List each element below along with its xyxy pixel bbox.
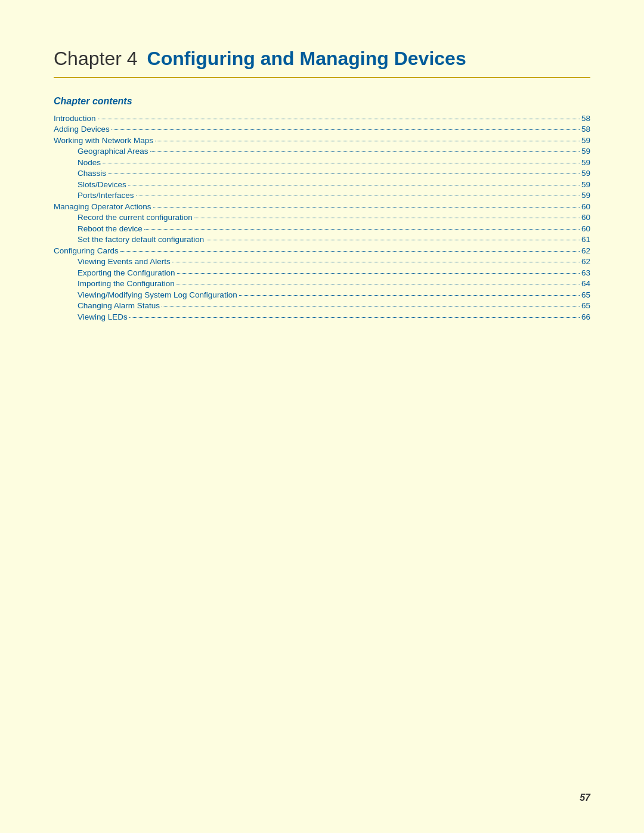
toc-entry[interactable]: Viewing LEDs 66 [54,311,590,321]
toc-entry[interactable]: Record the current configuration 60 [54,212,590,222]
toc-entry[interactable]: Chassis 59 [54,168,590,178]
toc-entry[interactable]: Configuring Cards62 [54,245,590,255]
chapter-title: Configuring and Managing Devices [147,48,466,70]
toc-entry-dots [155,133,580,141]
toc-entry[interactable]: Changing Alarm Status 65 [54,301,590,311]
toc-entry-dots [108,166,580,175]
toc-entry-dots [103,155,580,163]
toc-entry-text: Managing Operator Actions [54,202,151,211]
toc-entry-page: 60 [581,213,590,222]
chapter-label: Chapter 4 [54,48,138,70]
toc-entry[interactable]: Viewing/Modifying System Log Configurati… [54,289,590,299]
toc-entry-page: 58 [581,125,590,134]
toc-entry-page: 66 [581,312,590,321]
toc-entry-page: 59 [581,147,590,156]
toc-entry-dots [150,144,580,153]
toc-entry-page: 60 [581,224,590,233]
toc-entry-page: 59 [581,136,590,145]
toc-entry-text: Viewing/Modifying System Log Configurati… [78,290,237,299]
chapter-header: Chapter 4 Configuring and Managing Devic… [54,48,590,78]
toc-entry-text: Slots/Devices [78,180,126,189]
toc-entry[interactable]: Ports/Interfaces 59 [54,190,590,200]
toc-entry-text: Changing Alarm Status [78,301,160,310]
toc-entry-dots [129,309,580,318]
toc-entry[interactable]: Reboot the device60 [54,223,590,233]
toc-entry-text: Working with Network Maps [54,136,153,145]
toc-entry-dots [177,265,580,274]
toc-entry-dots [177,277,580,285]
toc-entry-text: Ports/Interfaces [78,191,134,200]
toc-entry-page: 59 [581,158,590,167]
toc-entry-text: Viewing LEDs [78,312,128,321]
toc-entry-page: 59 [581,191,590,200]
toc-entry-dots [136,188,580,197]
toc-entry-page: 58 [581,114,590,123]
toc-entry-page: 65 [581,301,590,310]
toc-entry-page: 65 [581,290,590,299]
toc-entry[interactable]: Introduction58 [54,113,590,123]
toc-entry-dots [153,199,580,208]
toc-entry-page: 62 [581,257,590,266]
toc-entry[interactable]: Working with Network Maps59 [54,135,590,145]
toc-entry-text: Geographical Areas [78,147,148,156]
toc-entry-text: Importing the Configuration [78,279,175,288]
toc-heading: Chapter contents [54,96,590,107]
toc-entry-text: Chassis [78,169,106,178]
toc-entry[interactable]: Viewing Events and Alerts 62 [54,256,590,267]
toc-entry-text: Configuring Cards [54,246,119,255]
toc-entry[interactable]: Set the factory default configuration 61 [54,234,590,244]
toc-entry-dots [206,233,580,241]
toc-entry[interactable]: Slots/Devices59 [54,179,590,189]
toc-entry[interactable]: Geographical Areas 59 [54,146,590,156]
toc-entry-dots [128,177,580,185]
toc-entry-text: Nodes [78,158,101,167]
toc-entry-dots [120,243,580,252]
toc-entry-text: Adding Devices [54,125,110,134]
toc-entry-text: Reboot the device [78,224,143,233]
toc-entry[interactable]: Adding Devices58 [54,124,590,134]
toc-entry-page: 61 [581,235,590,244]
toc-entry-text: Exporting the Configuration [78,268,175,277]
toc-entry-text: Viewing Events and Alerts [78,257,171,266]
toc-entry[interactable]: Exporting the Configuration 63 [54,267,590,277]
toc-entry-dots [194,210,580,219]
toc-entry-page: 64 [581,279,590,288]
toc-entry-dots [162,299,580,307]
toc-entry-page: 62 [581,246,590,255]
toc-entry-text: Record the current configuration [78,213,193,222]
toc-entry-text: Introduction [54,114,96,123]
toc-entry-dots [144,221,580,230]
toc-entries: Introduction58Adding Devices58Working wi… [54,113,590,321]
toc-entry-dots [239,287,580,296]
toc-entry-page: 60 [581,202,590,211]
toc-entry-page: 59 [581,180,590,189]
toc-entry-page: 59 [581,169,590,178]
toc-entry[interactable]: Managing Operator Actions60 [54,201,590,211]
toc-entry[interactable]: Nodes 59 [54,157,590,167]
page-number: 57 [580,792,590,803]
toc-entry-text: Set the factory default configuration [78,235,204,244]
page: Chapter 4 Configuring and Managing Devic… [0,0,644,833]
toc-section: Chapter contents Introduction58Adding De… [54,96,590,321]
toc-entry-dots [98,111,580,119]
toc-entry[interactable]: Importing the Configuration 64 [54,278,590,289]
toc-entry-dots [172,255,580,263]
toc-entry-dots [112,122,580,131]
toc-entry-page: 63 [581,268,590,277]
